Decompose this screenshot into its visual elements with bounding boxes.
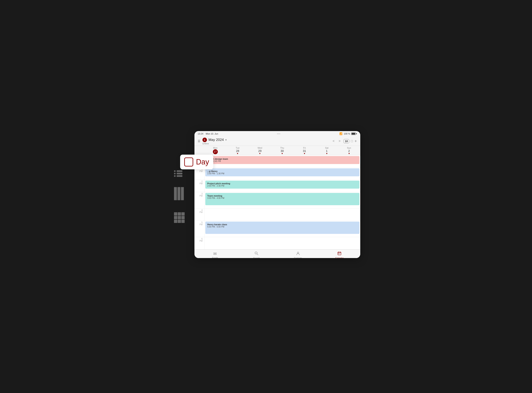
nav-contacts[interactable]: Contacts: [291, 251, 305, 258]
day-num-sat: 1: [316, 149, 338, 152]
day-num-wed: 29: [249, 149, 271, 152]
calendar-body[interactable]: ... with design team PM - 12:45 PM 1PM .…: [194, 155, 360, 250]
day-col-fri[interactable]: Fri 31: [293, 147, 316, 154]
contacts-label: Contacts: [294, 257, 302, 258]
day-name-wed: Wed: [249, 147, 271, 149]
time-label-2pm: 2PM: [194, 180, 204, 192]
event-team-meeting[interactable]: Team meeting 3:00 PM - 4:00 PM: [205, 193, 359, 205]
list-view-icon[interactable]: [174, 170, 185, 177]
calendar-dropdown-arrow-icon[interactable]: ▾: [225, 138, 227, 141]
event-henry-time: 1:00 PM - 1:30 PM: [207, 172, 357, 175]
calendar-title-area: ☰ 1 May 2024 ▾ Online: [198, 138, 227, 145]
time-row-4pm: 4PM: [194, 208, 360, 221]
battery-percent: 100 %: [344, 133, 350, 135]
event-pitch-time: 2:00 PM - 2:30 PM: [207, 185, 357, 187]
day-dot-thu: [282, 153, 283, 154]
day-name-sat: Sat: [316, 147, 338, 149]
status-time-date: 13:24 Mon 10. Jun: [198, 133, 218, 135]
day-name-fri: Fri: [293, 147, 316, 149]
event-karate[interactable]: Henry karate class 5:00 PM - 6:00 PM: [205, 221, 359, 234]
calendar-icon: [337, 251, 341, 256]
day-col-tue[interactable]: Tue 28: [226, 147, 249, 154]
svg-point-2: [297, 252, 299, 253]
status-time: 13:24: [198, 133, 203, 135]
time-content-1pm: ...p Henry 1:00 PM - 1:30 PM: [204, 167, 360, 180]
time-row-2pm: 2PM Project pitch meeting 2:00 PM - 2:30…: [194, 180, 360, 192]
day-col-sun[interactable]: Sun 2: [338, 147, 360, 154]
contacts-icon: [296, 251, 300, 256]
add-event-button[interactable]: +: [354, 139, 357, 143]
event-team-meeting-title: Team meeting: [207, 195, 357, 197]
calendar-badge-title: 1 May 2024 ▾ Online: [203, 138, 227, 145]
calendar-subtitle: Online: [203, 142, 227, 145]
nav-calendar[interactable]: Calendar: [332, 251, 347, 258]
grid-view-icon[interactable]: [174, 212, 185, 223]
bottom-navigation: ✉ Emails Search: [194, 250, 360, 258]
next-period-button[interactable]: >: [337, 139, 342, 143]
days-of-week-header: Mon 27 Tue 28 Wed 29 Thu 30 Fri 31: [194, 146, 360, 155]
svg-point-0: [255, 252, 257, 254]
event-henry[interactable]: ...p Henry 1:00 PM - 1:30 PM: [205, 168, 359, 176]
status-dots: •••: [277, 133, 281, 135]
emails-icon: ✉: [213, 251, 217, 256]
calendar-header: ☰ 1 May 2024 ▾ Online < > 10 □ +: [194, 136, 360, 146]
status-day-date: Mon 10. Jun: [206, 133, 218, 135]
day-name-thu: Thu: [271, 147, 293, 149]
time-label-6pm: 6PM: [194, 237, 204, 249]
event-team-meeting-time: 3:00 PM - 4:00 PM: [207, 197, 357, 199]
view-toggle-button[interactable]: □: [351, 139, 353, 143]
day-dot-sat: [326, 153, 327, 154]
time-row-5pm: 5PM Henry karate class 5:00 PM - 6:00 PM: [194, 221, 360, 237]
time-label-4pm: 4PM: [194, 208, 204, 221]
day-dot-fri: [304, 153, 305, 154]
day-col-wed[interactable]: Wed 29: [249, 147, 271, 154]
day-view-label: Day: [196, 158, 209, 166]
day-dot-wed: [259, 153, 260, 154]
svg-rect-7: [339, 254, 339, 254]
column-view-icon[interactable]: [174, 187, 185, 202]
day-view-tooltip[interactable]: Day: [180, 155, 213, 169]
left-icon-panel: [172, 166, 187, 227]
day-name-mon: Mon: [204, 147, 227, 149]
emails-label: Emails: [212, 257, 218, 258]
prev-period-button[interactable]: <: [331, 139, 336, 143]
day-col-mon[interactable]: Mon 27: [204, 147, 227, 154]
time-label-5pm: 5PM: [194, 221, 204, 237]
event-design-team-time: PM - 12:45 PM: [207, 160, 357, 162]
time-row-6pm: 6PM: [194, 237, 360, 250]
time-content-6pm: [204, 237, 360, 249]
sidebar-toggle-icon[interactable]: ☰: [198, 139, 200, 143]
calendar-navigation: < > 10 □ +: [331, 139, 357, 143]
time-content-4pm: [204, 208, 360, 221]
today-button[interactable]: 10: [343, 139, 349, 143]
day-col-thu[interactable]: Thu 30: [271, 147, 293, 154]
event-karate-time: 5:00 PM - 6:00 PM: [207, 226, 357, 228]
calendar-badge: 1: [203, 138, 207, 142]
nav-search[interactable]: Search: [249, 251, 264, 258]
search-icon: [254, 251, 259, 256]
day-dot-sun: [348, 153, 350, 154]
search-label: Search: [253, 257, 260, 258]
time-content-3pm: Team meeting 3:00 PM - 4:00 PM: [204, 192, 360, 208]
day-col-sat[interactable]: Sat 1: [316, 147, 338, 154]
day-name-sun: Sun: [338, 147, 360, 149]
day-num-thu: 30: [271, 149, 293, 152]
time-label-3pm: 3PM: [194, 192, 204, 208]
battery-icon: [351, 133, 357, 135]
time-row-3pm: 3PM Team meeting 3:00 PM - 4:00 PM: [194, 192, 360, 208]
event-pitch-title: Project pitch meeting: [207, 182, 357, 185]
nav-emails[interactable]: ✉ Emails: [208, 251, 222, 258]
event-pitch[interactable]: Project pitch meeting 2:00 PM - 2:30 PM: [205, 181, 359, 189]
svg-line-1: [257, 254, 258, 255]
event-design-team[interactable]: ... with design team PM - 12:45 PM: [205, 156, 359, 164]
day-view-icon: [184, 157, 193, 167]
status-indicators: 📶 100 %: [339, 132, 357, 135]
svg-rect-3: [338, 252, 341, 255]
time-row-noon: ... with design team PM - 12:45 PM: [194, 155, 360, 167]
ipad-frame: 13:24 Mon 10. Jun ••• 📶 100 % ☰: [194, 131, 360, 258]
time-content-5pm: Henry karate class 5:00 PM - 6:00 PM: [204, 221, 360, 237]
status-bar: 13:24 Mon 10. Jun ••• 📶 100 %: [194, 131, 360, 136]
day-dot-tue: [237, 153, 238, 154]
wifi-icon: 📶: [339, 132, 343, 135]
calendar-month-title[interactable]: May 2024: [208, 138, 224, 142]
